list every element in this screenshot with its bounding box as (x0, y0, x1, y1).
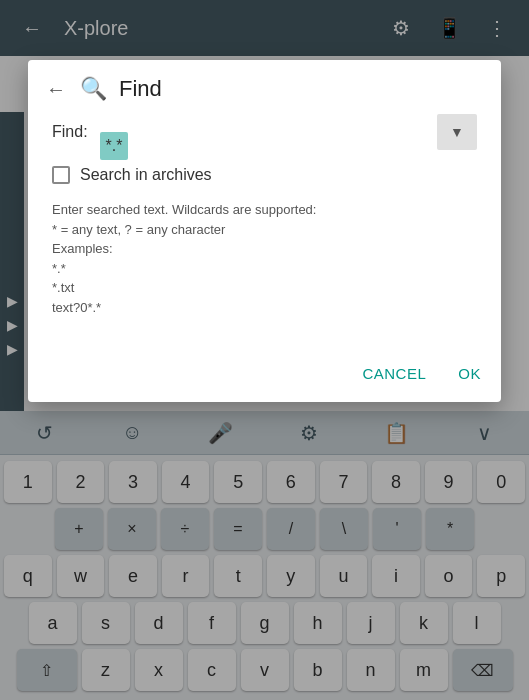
find-dialog: ← 🔍 Find Find: *.* ▼ Search in archives … (28, 60, 501, 402)
cancel-button[interactable]: CANCEL (358, 357, 430, 390)
search-in-archives-checkbox[interactable] (52, 166, 70, 184)
dialog-header: ← 🔍 Find (28, 60, 501, 114)
find-dropdown-button[interactable]: ▼ (437, 114, 477, 150)
find-row: Find: *.* ▼ (52, 114, 477, 150)
checkbox-row: Search in archives (52, 166, 477, 184)
dialog-actions: CANCEL OK (28, 357, 501, 390)
checkbox-label: Search in archives (80, 166, 212, 184)
help-text: Enter searched text. Wildcards are suppo… (52, 200, 477, 317)
dialog-search-icon: 🔍 (80, 76, 107, 102)
dialog-body: Find: *.* ▼ Search in archives Enter sea… (28, 114, 501, 357)
dialog-title: Find (119, 76, 162, 102)
ok-button[interactable]: OK (454, 357, 485, 390)
find-label: Find: (52, 123, 88, 141)
dialog-back-button[interactable]: ← (44, 77, 68, 101)
dropdown-arrow-icon: ▼ (450, 124, 464, 140)
